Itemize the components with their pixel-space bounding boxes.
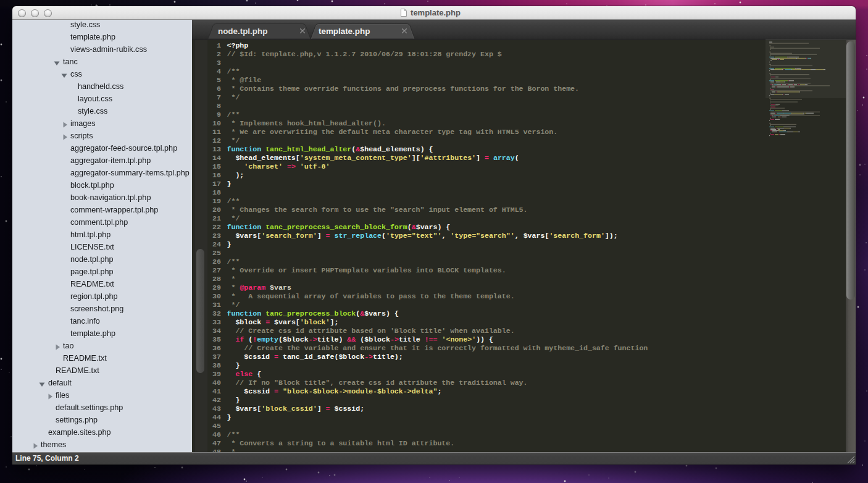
svg-text:template.php: template.php xyxy=(319,27,370,36)
svg-text:node.tpl.php: node.tpl.php xyxy=(218,27,267,36)
